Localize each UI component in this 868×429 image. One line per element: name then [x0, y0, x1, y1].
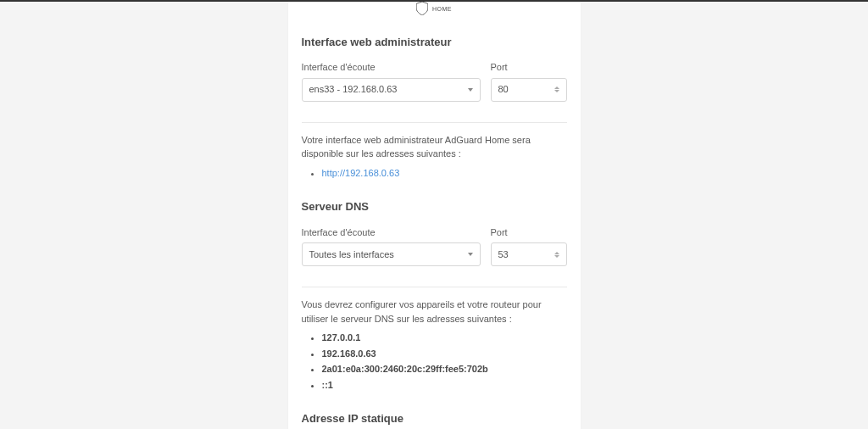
shield-icon: [416, 2, 428, 15]
setup-card: HOME Interface web administrateur Interf…: [288, 2, 581, 429]
admin-helper: Votre interface web administrateur AdGua…: [295, 123, 574, 181]
dns-port-value: 53: [498, 248, 509, 262]
chevron-down-icon: [468, 88, 473, 92]
dns-iface-select[interactable]: Toutes les interfaces: [302, 242, 481, 266]
list-item: 192.168.0.63: [322, 347, 567, 361]
logo-subtitle: HOME: [432, 6, 452, 12]
admin-iface-label: Interface d'écoute: [302, 60, 481, 75]
admin-port-label: Port: [491, 60, 567, 75]
admin-port-value: 80: [498, 82, 509, 97]
dns-helper: Vous devrez configurer vos appareils et …: [295, 287, 574, 392]
dns-title: Serveur DNS: [302, 198, 567, 215]
list-item: 127.0.0.1: [322, 331, 567, 345]
admin-port-input[interactable]: 80: [491, 78, 567, 102]
dns-section: Serveur DNS Interface d'écoute Toutes le…: [295, 181, 574, 273]
list-item: ::1: [322, 378, 567, 393]
dns-iface-label: Interface d'écoute: [302, 226, 481, 240]
admin-section: Interface web administrateur Interface d…: [295, 24, 574, 109]
admin-address-link[interactable]: http://192.168.0.63: [322, 168, 400, 178]
admin-addresses: http://192.168.0.63: [302, 166, 567, 181]
admin-helper-text: Votre interface web administrateur AdGua…: [302, 135, 531, 159]
static-ip-section: Adresse IP statique AdGuard Home est un …: [295, 393, 574, 429]
number-spinner-icon: [554, 86, 559, 92]
list-item: 2a01:e0a:300:2460:20c:29ff:fee5:702b: [322, 362, 567, 376]
dns-port-input[interactable]: 53: [491, 242, 567, 266]
dns-addresses: 127.0.0.1 192.168.0.63 2a01:e0a:300:2460…: [302, 331, 567, 392]
list-item: http://192.168.0.63: [322, 166, 567, 181]
admin-iface-select[interactable]: ens33 - 192.168.0.63: [302, 78, 481, 102]
admin-iface-value: ens33 - 192.168.0.63: [309, 82, 398, 97]
logo-text: HOME: [432, 6, 452, 12]
logo-row: HOME: [295, 2, 574, 24]
static-ip-title: Adresse IP statique: [302, 410, 567, 427]
adguard-logo: HOME: [416, 2, 452, 15]
chevron-down-icon: [468, 253, 473, 256]
number-spinner-icon: [554, 252, 559, 258]
dns-iface-value: Toutes les interfaces: [309, 248, 394, 262]
dns-port-label: Port: [491, 226, 567, 240]
admin-title: Interface web administrateur: [302, 34, 567, 51]
dns-helper-text: Vous devrez configurer vos appareils et …: [302, 299, 542, 324]
